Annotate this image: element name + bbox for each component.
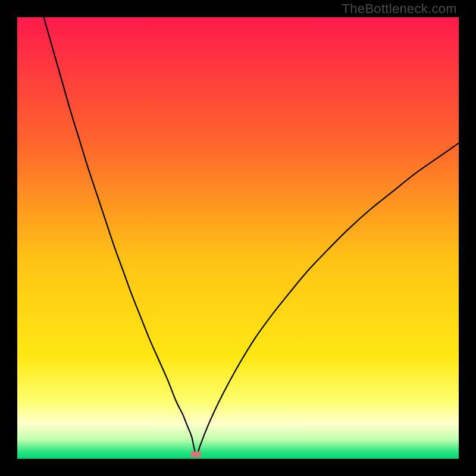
watermark-text: TheBottleneck.com — [342, 1, 457, 17]
plot-area — [17, 17, 459, 459]
chart-svg — [17, 17, 459, 459]
optimum-marker — [191, 452, 202, 458]
chart-frame: TheBottleneck.com — [0, 0, 476, 476]
gradient-background — [17, 17, 459, 459]
